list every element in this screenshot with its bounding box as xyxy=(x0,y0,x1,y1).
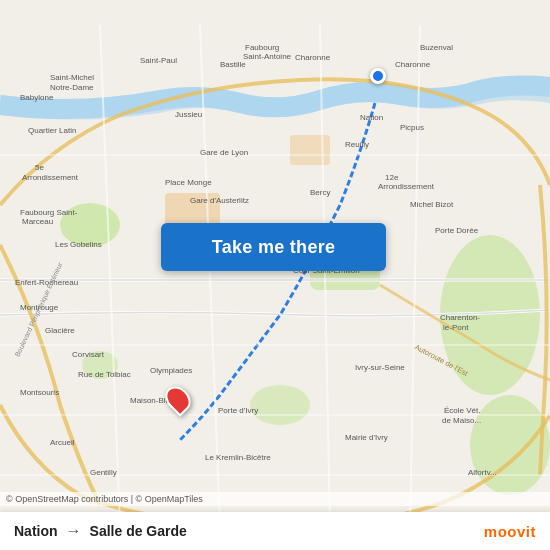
svg-text:Glacière: Glacière xyxy=(45,326,75,335)
svg-text:Jussieu: Jussieu xyxy=(175,110,202,119)
svg-text:Alfortv...: Alfortv... xyxy=(468,468,497,477)
take-me-there-label: Take me there xyxy=(212,237,336,258)
route-from: Nation xyxy=(14,523,58,539)
map-attribution: © OpenStreetMap contributors | © OpenMap… xyxy=(0,492,550,506)
svg-text:Les Gobelins: Les Gobelins xyxy=(55,240,102,249)
svg-text:Corvisart: Corvisart xyxy=(72,350,105,359)
moovit-logo: moovit xyxy=(484,523,536,540)
svg-text:Gare d'Austerlitz: Gare d'Austerlitz xyxy=(190,196,249,205)
bottom-bar: Nation → Salle de Garde moovit xyxy=(0,512,550,550)
svg-text:Arcueil: Arcueil xyxy=(50,438,75,447)
svg-rect-8 xyxy=(290,135,330,165)
svg-text:Reuilly: Reuilly xyxy=(345,140,369,149)
take-me-there-button[interactable]: Take me there xyxy=(161,223,386,271)
svg-text:École Vét.: École Vét. xyxy=(444,406,480,415)
svg-text:Rue de Tolbiac: Rue de Tolbiac xyxy=(78,370,131,379)
svg-text:Bercy: Bercy xyxy=(310,188,330,197)
svg-text:Porte d'Ivry: Porte d'Ivry xyxy=(218,406,258,415)
svg-text:Gare de Lyon: Gare de Lyon xyxy=(200,148,248,157)
svg-text:Saint-Paul: Saint-Paul xyxy=(140,56,177,65)
map-svg: Saint-Michel Notre-Dame Saint-Paul Basti… xyxy=(0,0,550,550)
svg-text:Buzenval: Buzenval xyxy=(420,43,453,52)
map-background: Saint-Michel Notre-Dame Saint-Paul Basti… xyxy=(0,0,550,550)
svg-text:de Maiso...: de Maiso... xyxy=(442,416,481,425)
svg-text:Nation: Nation xyxy=(360,113,383,122)
svg-text:Charenton-: Charenton- xyxy=(440,313,480,322)
svg-text:Arrondissement: Arrondissement xyxy=(22,173,79,182)
svg-text:Olympiades: Olympiades xyxy=(150,366,192,375)
svg-text:Le Kremlin-Bicêtre: Le Kremlin-Bicêtre xyxy=(205,453,271,462)
svg-point-2 xyxy=(470,395,550,495)
end-marker xyxy=(167,385,189,413)
svg-text:12e: 12e xyxy=(385,173,399,182)
svg-text:Place Monge: Place Monge xyxy=(165,178,212,187)
svg-text:Charonne: Charonne xyxy=(295,53,331,62)
route-to: Salle de Garde xyxy=(90,523,187,539)
svg-text:Notre-Dame: Notre-Dame xyxy=(50,83,94,92)
svg-text:Gentilly: Gentilly xyxy=(90,468,117,477)
svg-text:Babylone: Babylone xyxy=(20,93,54,102)
attribution-text: © OpenStreetMap contributors | © OpenMap… xyxy=(6,494,203,504)
svg-text:le-Pont: le-Pont xyxy=(443,323,469,332)
svg-text:Saint-Michel: Saint-Michel xyxy=(50,73,94,82)
svg-text:Saint-Antoine: Saint-Antoine xyxy=(243,52,292,61)
svg-text:Porte Dorée: Porte Dorée xyxy=(435,226,479,235)
start-marker xyxy=(370,68,386,84)
svg-text:Arrondissement: Arrondissement xyxy=(378,182,435,191)
svg-text:Marceau: Marceau xyxy=(22,217,53,226)
svg-text:Ivry-sur-Seine: Ivry-sur-Seine xyxy=(355,363,405,372)
svg-text:Quartier Latin: Quartier Latin xyxy=(28,126,76,135)
moovit-brand: moovit xyxy=(484,523,536,540)
svg-text:Montsouris: Montsouris xyxy=(20,388,59,397)
svg-text:Bastille: Bastille xyxy=(220,60,246,69)
svg-text:Faubourg Saint-: Faubourg Saint- xyxy=(20,208,78,217)
svg-text:5e: 5e xyxy=(35,163,44,172)
svg-text:Charonne: Charonne xyxy=(395,60,431,69)
svg-point-5 xyxy=(250,385,310,425)
route-arrow: → xyxy=(66,522,82,540)
svg-text:Mairie d'Ivry: Mairie d'Ivry xyxy=(345,433,388,442)
svg-text:Picpus: Picpus xyxy=(400,123,424,132)
svg-text:Michel Bizot: Michel Bizot xyxy=(410,200,454,209)
svg-text:Faubourg: Faubourg xyxy=(245,43,279,52)
app-container: Saint-Michel Notre-Dame Saint-Paul Basti… xyxy=(0,0,550,550)
